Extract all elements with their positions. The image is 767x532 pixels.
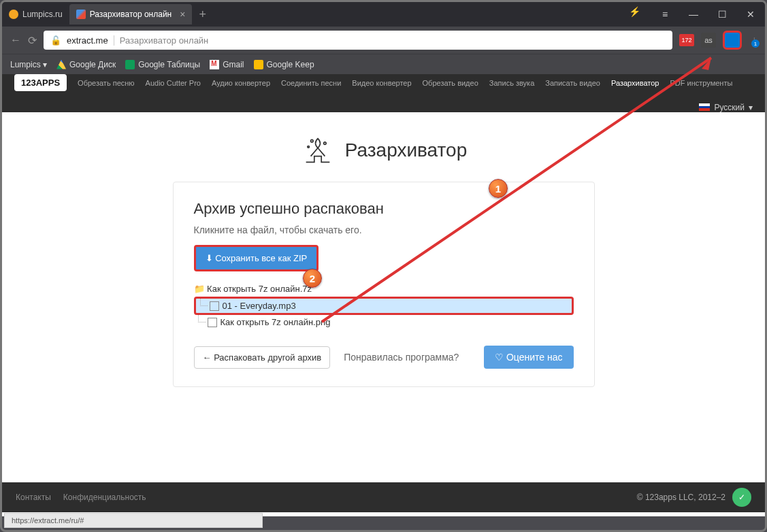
footer-link-privacy[interactable]: Конфиденциальность (63, 493, 146, 502)
bookmark-sheets[interactable]: Google Таблицы (125, 60, 200, 69)
extract-icon (300, 133, 336, 168)
page-title: Разархиватор (345, 139, 467, 161)
shield-icon[interactable]: ✓ (732, 488, 751, 507)
gmail-icon (210, 60, 219, 69)
result-subtext: Кликните на файл, чтобы скачать его. (194, 225, 574, 235)
new-tab-button[interactable]: + (192, 7, 213, 22)
sheets-icon (125, 60, 135, 69)
download-icon: ⬇ (206, 253, 216, 263)
turbo-icon[interactable]: ⚡ (629, 6, 645, 22)
lastfm-icon[interactable]: as (701, 33, 716, 48)
tab-label: Разархиватор онлайн (90, 10, 172, 19)
tab-active[interactable]: Разархиватор онлайн × (69, 4, 193, 24)
bookmark-label: Google Таблицы (138, 60, 200, 69)
svg-point-2 (308, 146, 310, 148)
language-label: Русский (714, 103, 745, 112)
file-name: 01 - Everyday.mp3 (223, 301, 296, 311)
reload-button[interactable]: ⟳ (28, 34, 37, 47)
bookmark-label: Lumpics ▾ (10, 60, 47, 69)
site-nav: 123APPS Обрезать песню Audio Cutter Pro … (2, 74, 765, 112)
tree-root[interactable]: 📁 Как открыть 7z онлайн.7z (194, 281, 574, 297)
hamburger-icon[interactable]: ≡ (651, 9, 679, 20)
bookmark-drive[interactable]: Google Диск (56, 60, 116, 69)
file-name: Как открыть 7z онлайн.png (221, 317, 331, 327)
favicon-icon (76, 10, 86, 19)
bookmark-gmail[interactable]: Gmail (210, 60, 244, 69)
downloads-button[interactable]: ↓ 1 (751, 34, 757, 46)
url-title: Разархиватор онлайн (114, 35, 209, 46)
page-hero: Разархиватор (2, 112, 765, 182)
footer-link-contacts[interactable]: Контакты (16, 493, 51, 502)
maximize-button[interactable]: ☐ (708, 9, 736, 20)
nav-link[interactable]: Записать видео (545, 79, 600, 87)
status-bar: https://extract.me/ru/# (4, 513, 263, 528)
language-selector[interactable]: Русский ▾ (699, 103, 753, 112)
bookmark-label: Google Keep (267, 60, 314, 69)
extract-another-button[interactable]: ← Распаковать другой архив (194, 346, 331, 369)
bookmarks-bar: Lumpics ▾ Google Диск Google Таблицы Gma… (2, 54, 765, 74)
bookmark-lumpics[interactable]: Lumpics ▾ (10, 60, 47, 69)
nav-link[interactable]: Обрезать видео (423, 79, 478, 87)
tab-inactive[interactable]: Lumpics.ru (2, 4, 69, 24)
window-titlebar: Lumpics.ru Разархиватор онлайн × + ⚡ ≡ —… (2, 2, 765, 27)
chevron-down-icon: ▾ (749, 103, 753, 112)
keep-icon (254, 60, 263, 69)
lock-icon: 🔓 (50, 35, 61, 46)
result-heading: Архив успешно распакован (194, 200, 574, 218)
nav-link[interactable]: Запись звука (489, 79, 534, 87)
bookmark-label: Google Диск (69, 60, 116, 69)
image-icon (208, 318, 217, 327)
nav-link-current[interactable]: Разархиватор (611, 79, 659, 87)
svg-point-1 (323, 142, 325, 144)
svg-point-0 (310, 139, 312, 142)
back-button[interactable]: ← (10, 34, 21, 46)
page-content: Разархиватор Архив успешно распакован Кл… (2, 112, 765, 516)
file-icon (210, 301, 219, 311)
save-all-zip-button[interactable]: ⬇ Сохранить все как ZIP (194, 245, 319, 271)
bookmark-label: Gmail (223, 60, 244, 69)
tree-file-selected[interactable]: 01 - Everyday.mp3 (194, 297, 574, 315)
footer-copyright: © 123apps LLC, 2012–2 (637, 493, 725, 502)
url-domain: extract.me (67, 35, 108, 46)
panel-actions: ← Распаковать другой архив Понравилась п… (194, 346, 574, 369)
nav-link[interactable]: PDF инструменты (670, 79, 732, 87)
site-logo[interactable]: 123APPS (14, 74, 67, 91)
close-button[interactable]: ✕ (736, 9, 765, 20)
nav-link[interactable]: Аудио конвертер (212, 79, 270, 87)
nav-link[interactable]: Audio Cutter Pro (146, 79, 201, 87)
nav-link[interactable]: Обрезать песню (78, 79, 135, 87)
site-footer: Контакты Конфиденциальность © 123apps LL… (2, 482, 765, 512)
nav-link[interactable]: Видео конвертер (352, 79, 411, 87)
callout-2: 2 (303, 269, 322, 288)
button-label: Сохранить все как ZIP (215, 253, 307, 263)
nav-link[interactable]: Соединить песни (281, 79, 341, 87)
file-tree: 📁 Как открыть 7z онлайн.7z 01 - Everyday… (194, 281, 574, 329)
button-label: Оцените нас (506, 352, 563, 363)
drive-icon (56, 60, 66, 69)
rate-us-button[interactable]: ♡ Оцените нас (484, 346, 573, 369)
close-icon[interactable]: × (180, 9, 185, 20)
downloads-count: 1 (751, 39, 760, 48)
bookmark-keep[interactable]: Google Keep (254, 60, 314, 69)
callout-1: 1 (489, 179, 508, 198)
rate-prompt: Понравилась программа? (344, 352, 470, 363)
tree-file[interactable]: Как открыть 7z онлайн.png (194, 315, 574, 329)
button-label: Распаковать другой архив (214, 352, 321, 363)
result-panel: Архив успешно распакован Кликните на фай… (173, 182, 595, 387)
url-field[interactable]: 🔓 extract.me Разархиватор онлайн (44, 31, 672, 50)
extension-highlighted[interactable] (723, 31, 742, 50)
address-bar: ← ⟳ 🔓 extract.me Разархиватор онлайн 172… (2, 27, 765, 54)
favicon-icon (9, 10, 18, 19)
extension-badge[interactable]: 172 (679, 34, 694, 46)
minimize-button[interactable]: — (679, 9, 708, 20)
flag-icon (699, 103, 710, 111)
tab-label: Lumpics.ru (22, 10, 63, 19)
